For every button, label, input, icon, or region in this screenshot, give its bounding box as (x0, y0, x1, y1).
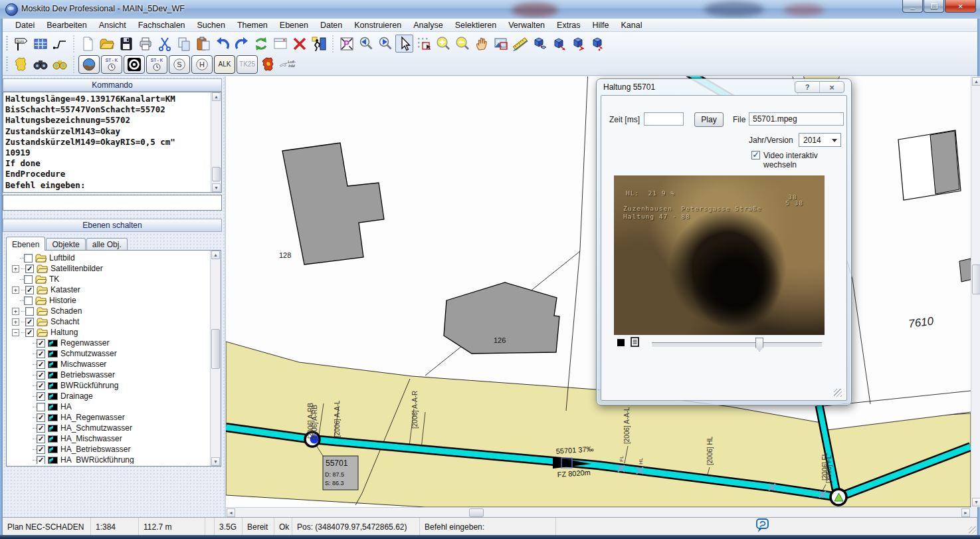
building-ne-gray[interactable] (930, 131, 959, 194)
dialog-resize-grip[interactable] (834, 389, 842, 397)
tree-item-ha[interactable]: HA (8, 401, 209, 412)
layer-checkbox[interactable]: ✓ (37, 456, 45, 465)
raster-select-button[interactable] (415, 35, 433, 53)
st-k-layer-button[interactable]: ST - K (101, 55, 122, 74)
tree-item-betriebswasser[interactable]: ✓Betriebswasser (8, 370, 209, 380)
overview-image-button[interactable] (492, 35, 510, 53)
exit-button[interactable] (310, 35, 328, 53)
layer-checkbox[interactable]: ✓ (25, 318, 34, 326)
video-position-slider[interactable] (652, 342, 822, 348)
menu-item-datei[interactable]: Datei (9, 19, 41, 31)
zoom-next-button[interactable] (376, 35, 394, 53)
layer-checkbox[interactable]: ✓ (37, 435, 45, 443)
print-button[interactable] (136, 35, 154, 53)
tree-item-satellitenbilder[interactable]: +✓Satellitenbilder (8, 263, 209, 274)
jahr-version-select[interactable]: 2014 (799, 133, 841, 147)
s-layer-button[interactable]: S (169, 55, 190, 74)
minimize-button[interactable]: – (902, 0, 923, 13)
menu-item-extras[interactable]: Extras (551, 19, 586, 31)
polyline-tool-button[interactable] (50, 35, 68, 53)
map-horizontal-scrollbar[interactable]: ◄ ► (226, 507, 971, 518)
tree-item-ha_mischwasser[interactable]: ✓HA_Mischwasser (8, 433, 209, 444)
haltung-dialog[interactable]: Haltung 55701 ? × Zeit [ms] Play File 55… (596, 78, 852, 405)
delete-button[interactable] (290, 35, 308, 53)
new-window-button[interactable] (271, 35, 289, 53)
refresh-button[interactable] (252, 35, 270, 53)
layer-checkbox[interactable]: ✓ (37, 339, 45, 348)
window-resize-grip[interactable] (969, 526, 976, 534)
zeit-input[interactable] (644, 112, 684, 126)
map-vertical-scrollbar[interactable]: ▲ ▼ (971, 76, 980, 507)
layer-checkbox[interactable]: ✓ (37, 371, 45, 379)
schacht-info-box[interactable]: 55701 D: 87.5 S: 86.3 (323, 456, 358, 490)
tree-item-ha_bwrückführung[interactable]: ✓HA_BWRückführung (8, 455, 209, 464)
object-move-button[interactable] (549, 35, 567, 53)
chevron-down-icon[interactable] (832, 139, 837, 142)
scroll-thumb[interactable] (211, 329, 220, 369)
layer-checkbox[interactable] (37, 403, 45, 411)
scroll-down-icon[interactable]: ▼ (211, 457, 220, 466)
tree-item-haltung[interactable]: −✓Haltung (8, 327, 209, 338)
menu-item-suchen[interactable]: Suchen (191, 19, 231, 31)
menu-item-fachschalen[interactable]: Fachschalen (132, 19, 191, 31)
zoom-out-button[interactable] (453, 35, 471, 53)
search-binoculars-yellow-button[interactable] (50, 56, 68, 74)
tk25-layer-button[interactable]: TK25 (237, 55, 258, 74)
tree-item-kataster[interactable]: +✓Kataster (8, 284, 209, 295)
globe-layer-button[interactable] (78, 55, 100, 74)
tab-ebenen[interactable]: Ebenen (6, 237, 45, 251)
help-button[interactable]: ? (795, 82, 820, 92)
tree-item-mischwasser[interactable]: ✓Mischwasser (8, 359, 209, 370)
layer-checkbox[interactable]: ✓ (37, 381, 45, 390)
menu-item-kanal[interactable]: Kanal (615, 19, 648, 31)
tree-item-ha_regenwasser[interactable]: ✓HA_Regenwasser (8, 412, 209, 423)
building-east-small[interactable] (959, 259, 971, 282)
scroll-thumb[interactable] (469, 508, 484, 517)
zoom-in-button[interactable] (434, 35, 452, 53)
menu-item-ansicht[interactable]: Ansicht (93, 19, 132, 31)
kommando-scrollbar[interactable]: ▲ ▼ (211, 92, 221, 192)
object-line-button[interactable] (569, 35, 587, 53)
menu-item-bearbeiten[interactable]: Bearbeiten (41, 19, 92, 31)
building-128[interactable] (282, 143, 384, 265)
table-view-button[interactable] (31, 35, 49, 53)
close-icon[interactable]: × (820, 82, 844, 92)
stop-button[interactable] (617, 339, 625, 346)
open-file-button[interactable] (98, 35, 116, 53)
alk-layer-button[interactable]: ALK (214, 55, 235, 74)
search-binoculars-button[interactable] (31, 56, 49, 74)
menu-item-analyse[interactable]: Analyse (407, 19, 448, 31)
layer-checkbox[interactable]: ✓ (37, 360, 45, 369)
expand-icon[interactable]: + (12, 308, 19, 315)
menu-item-daten[interactable]: Daten (314, 19, 348, 31)
tree-scrollbar[interactable]: ▲ ▼ (210, 251, 221, 466)
tree-item-ha_betriebswasser[interactable]: ✓HA_Betriebswasser (8, 444, 209, 455)
layer-checkbox[interactable]: ✓ (37, 413, 45, 422)
tab-alle-obj-[interactable]: alle Obj. (86, 238, 128, 251)
close-button[interactable]: × (945, 0, 976, 13)
kommando-input[interactable] (3, 195, 222, 211)
toolbar-grip[interactable] (5, 36, 9, 52)
scroll-up-icon[interactable]: ▲ (972, 77, 980, 86)
new-file-button[interactable] (78, 35, 96, 53)
video-interaktiv-checkbox[interactable]: ✓ (751, 151, 760, 160)
layer-checkbox[interactable] (24, 296, 33, 305)
undo-button[interactable] (213, 35, 231, 53)
scroll-right-icon[interactable]: ► (961, 508, 970, 517)
tree-item-schaden[interactable]: +Schaden (8, 306, 209, 316)
zoom-previous-button[interactable] (357, 35, 375, 53)
save-button[interactable] (117, 35, 135, 53)
expand-icon[interactable]: + (12, 318, 19, 326)
layer-checkbox[interactable]: ✓ (25, 328, 34, 337)
toolbar-grip[interactable] (5, 56, 9, 72)
protocol-list-button[interactable] (631, 337, 640, 350)
tree-item-tk[interactable]: TK (8, 274, 209, 284)
kommando-output[interactable]: Haltungslänge=49.139176Kanalart=KM BisSc… (3, 92, 222, 193)
select-cursor-button[interactable] (395, 35, 413, 53)
object-copy-button[interactable] (530, 35, 548, 53)
scroll-thumb[interactable] (212, 167, 221, 181)
inspection-video-frame[interactable]: HL: 21 9 % 38 Zuzenhausen Petersgasse St… (614, 175, 825, 335)
layer-checkbox[interactable] (24, 254, 33, 263)
scroll-down-icon[interactable]: ▼ (212, 183, 221, 192)
expand-icon[interactable]: + (12, 286, 19, 294)
